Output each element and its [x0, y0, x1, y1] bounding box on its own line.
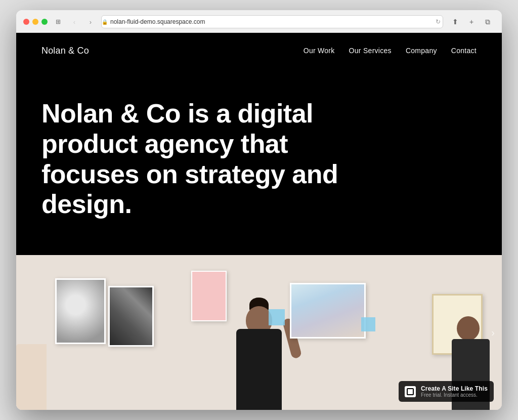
image-section: › Create A Site Like This Free trial. In…	[16, 255, 502, 410]
person-left-edge	[16, 344, 47, 410]
maximize-button[interactable]	[41, 19, 48, 25]
minimize-button[interactable]	[32, 19, 38, 25]
badge-main-text: Create A Site Like This	[421, 385, 488, 392]
next-arrow[interactable]: ›	[491, 327, 495, 339]
squarespace-logo-icon	[405, 386, 416, 397]
tabs-button[interactable]: ⧉	[481, 15, 495, 28]
photo-scene: › Create A Site Like This Free trial. In…	[16, 255, 502, 410]
artwork-3	[191, 271, 227, 321]
hero-section: Nolan & Co is a digital product agency t…	[16, 68, 502, 255]
address-bar[interactable]: 🔒 nolan-fluid-demo.squarespace.com ↻	[101, 15, 443, 28]
site-header: Nolan & Co Our Work Our Services Company…	[16, 33, 502, 68]
sticky-note-2	[361, 317, 375, 331]
lock-icon: 🔒	[102, 19, 108, 25]
browser-actions: ⬆ + ⧉	[448, 15, 495, 28]
browser-chrome: ⊞ ‹ › 🔒 nolan-fluid-demo.squarespace.com…	[16, 10, 502, 33]
website-content: Nolan & Co Our Work Our Services Company…	[16, 33, 502, 410]
nav-contact[interactable]: Contact	[451, 47, 477, 55]
browser-window: ⊞ ‹ › 🔒 nolan-fluid-demo.squarespace.com…	[16, 10, 502, 410]
site-logo[interactable]: Nolan & Co	[41, 46, 89, 56]
browser-top-bar: ⊞ ‹ › 🔒 nolan-fluid-demo.squarespace.com…	[23, 15, 495, 28]
artwork-1	[55, 278, 106, 344]
forward-button[interactable]: ›	[85, 16, 96, 27]
url-text: nolan-fluid-demo.squarespace.com	[110, 18, 205, 25]
nav-company[interactable]: Company	[406, 47, 437, 55]
reload-button[interactable]: ↻	[436, 18, 441, 25]
close-button[interactable]	[23, 19, 29, 25]
squarespace-badge[interactable]: Create A Site Like This Free trial. Inst…	[399, 381, 494, 402]
new-tab-button[interactable]: +	[464, 15, 479, 28]
site-nav: Our Work Our Services Company Contact	[304, 47, 477, 55]
squarespace-logo-inner	[407, 388, 414, 395]
hero-title: Nolan & Co is a digital product agency t…	[41, 99, 355, 220]
nav-our-services[interactable]: Our Services	[349, 47, 392, 55]
sticky-note-1	[269, 309, 285, 325]
artwork-4-content	[291, 284, 364, 337]
artwork-2-content	[110, 287, 152, 345]
share-button[interactable]: ⬆	[448, 15, 462, 28]
back-button[interactable]: ‹	[69, 16, 80, 27]
person-right-head	[457, 316, 480, 341]
nav-our-work[interactable]: Our Work	[304, 47, 335, 55]
badge-text-block: Create A Site Like This Free trial. Inst…	[421, 385, 488, 398]
person-left-body	[16, 344, 47, 410]
person-body	[236, 329, 282, 410]
artwork-2	[108, 286, 154, 347]
badge-sub-text: Free trial. Instant access.	[421, 392, 488, 398]
artwork-4	[290, 283, 366, 339]
artwork-1-content	[57, 280, 104, 343]
traffic-lights	[23, 19, 48, 25]
window-tile-icon[interactable]: ⊞	[53, 17, 64, 26]
